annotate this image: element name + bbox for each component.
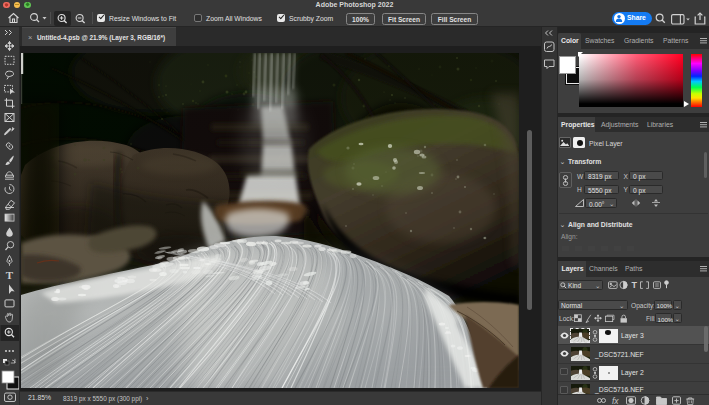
svg-text:fx: fx [612, 396, 619, 405]
svg-text:T: T [632, 280, 638, 290]
svg-text:T: T [6, 269, 14, 281]
